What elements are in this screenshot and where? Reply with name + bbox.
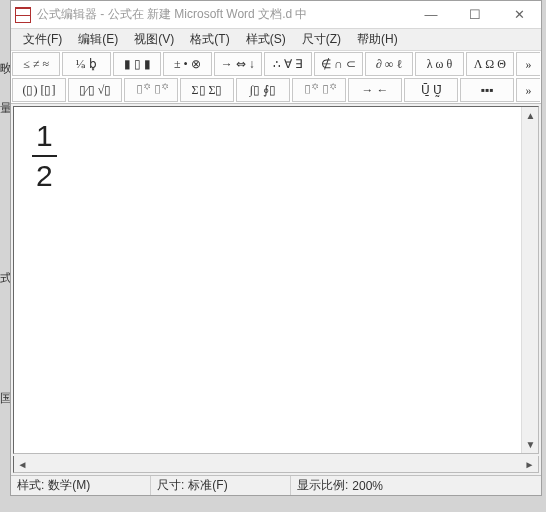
palette-set-theory[interactable]: ∉ ∩ ⊂ — [314, 52, 362, 76]
window-title: 公式编辑器 - 公式在 新建 Microsoft Word 文档.d 中 — [37, 6, 409, 23]
status-zoom-value: 200% — [352, 479, 383, 493]
status-style[interactable]: 样式: 数学(M) — [11, 476, 151, 495]
vscroll-track[interactable] — [522, 124, 538, 436]
menu-view[interactable]: 视图(V) — [126, 29, 182, 50]
template-fences[interactable]: (▯) [▯] — [12, 78, 66, 102]
equation-editor-window: 公式编辑器 - 公式在 新建 Microsoft Word 文档.d 中 — ☐… — [10, 0, 542, 496]
menubar: 文件(F) 编辑(E) 视图(V) 格式(T) 样式(S) 尺寸(Z) 帮助(H… — [11, 29, 541, 51]
palette-embellish[interactable]: ▮ ▯ ▮ — [113, 52, 161, 76]
toolbar-row-2: (▯) [▯] ▯⁄▯ √▯ ▯꙳ ▯꙳ Σ▯ Σ▯ ∫▯ ∮▯ ▯꙳ ▯꙳ →… — [11, 77, 541, 103]
template-labeled-arrows[interactable]: → ← — [348, 78, 402, 102]
vertical-scrollbar[interactable]: ▲ ▼ — [521, 107, 538, 453]
status-zoom[interactable]: 显示比例: 200% — [291, 476, 541, 495]
titlebar[interactable]: 公式编辑器 - 公式在 新建 Microsoft Word 文档.d 中 — ☐… — [11, 1, 541, 29]
horizontal-scrollbar[interactable]: ◄ ► — [13, 456, 539, 473]
equation-content[interactable]: 1 2 — [14, 107, 521, 453]
template-matrices[interactable]: ▪▪▪ — [460, 78, 514, 102]
menu-help[interactable]: 帮助(H) — [349, 29, 406, 50]
equation-area[interactable]: 1 2 ▲ ▼ — [13, 106, 539, 454]
symbol-toolbar: ≤ ≠ ≈ ¹⁄ₐ b͓ ▮ ▯ ▮ ± • ⊗ → ⇔ ↓ ∴ ∀ ∃ ∉ ∩… — [11, 51, 541, 104]
template-products[interactable]: Ū̱ Ṵ̄ — [404, 78, 458, 102]
maximize-button[interactable]: ☐ — [453, 1, 497, 28]
status-zoom-label: 显示比例: — [297, 477, 348, 494]
scroll-right-icon[interactable]: ► — [521, 456, 538, 473]
status-size-value: 标准(F) — [188, 477, 227, 494]
palette-greek-lower[interactable]: λ ω θ — [415, 52, 463, 76]
toolbar-overflow-2[interactable]: » — [516, 78, 540, 102]
toolbar-overflow-1[interactable]: » — [516, 52, 540, 76]
palette-logical[interactable]: ∴ ∀ ∃ — [264, 52, 312, 76]
hscroll-track[interactable] — [31, 456, 521, 472]
fraction-denominator[interactable]: 2 — [32, 159, 57, 191]
minimize-button[interactable]: — — [409, 1, 453, 28]
status-size[interactable]: 尺寸: 标准(F) — [151, 476, 291, 495]
fraction-line — [32, 155, 57, 157]
template-underover[interactable]: ▯꙳ ▯꙳ — [292, 78, 346, 102]
scroll-left-icon[interactable]: ◄ — [14, 456, 31, 473]
statusbar: 样式: 数学(M) 尺寸: 标准(F) 显示比例: 200% — [11, 475, 541, 495]
template-integrals[interactable]: ∫▯ ∮▯ — [236, 78, 290, 102]
close-button[interactable]: ✕ — [497, 1, 541, 28]
palette-greek-upper[interactable]: Λ Ω Θ — [466, 52, 514, 76]
toolbar-row-1: ≤ ≠ ≈ ¹⁄ₐ b͓ ▮ ▯ ▮ ± • ⊗ → ⇔ ↓ ∴ ∀ ∃ ∉ ∩… — [11, 51, 541, 77]
status-size-label: 尺寸: — [157, 477, 184, 494]
scroll-down-icon[interactable]: ▼ — [522, 436, 539, 453]
template-sums[interactable]: Σ▯ Σ▯ — [180, 78, 234, 102]
scroll-up-icon[interactable]: ▲ — [522, 107, 539, 124]
template-scripts[interactable]: ▯꙳ ▯꙳ — [124, 78, 178, 102]
app-icon — [15, 7, 31, 23]
menu-file[interactable]: 文件(F) — [15, 29, 70, 50]
menu-size[interactable]: 尺寸(Z) — [294, 29, 349, 50]
palette-operators[interactable]: ± • ⊗ — [163, 52, 211, 76]
palette-arrows[interactable]: → ⇔ ↓ — [214, 52, 262, 76]
status-style-value: 数学(M) — [48, 477, 90, 494]
menu-format[interactable]: 格式(T) — [182, 29, 237, 50]
palette-misc[interactable]: ∂ ∞ ℓ — [365, 52, 413, 76]
palette-spaces[interactable]: ¹⁄ₐ b͓ — [62, 52, 110, 76]
menu-style[interactable]: 样式(S) — [238, 29, 294, 50]
status-style-label: 样式: — [17, 477, 44, 494]
menu-edit[interactable]: 编辑(E) — [70, 29, 126, 50]
template-fractions[interactable]: ▯⁄▯ √▯ — [68, 78, 122, 102]
fraction-numerator[interactable]: 1 — [32, 121, 57, 153]
palette-relational[interactable]: ≤ ≠ ≈ — [12, 52, 60, 76]
fraction[interactable]: 1 2 — [32, 121, 57, 191]
